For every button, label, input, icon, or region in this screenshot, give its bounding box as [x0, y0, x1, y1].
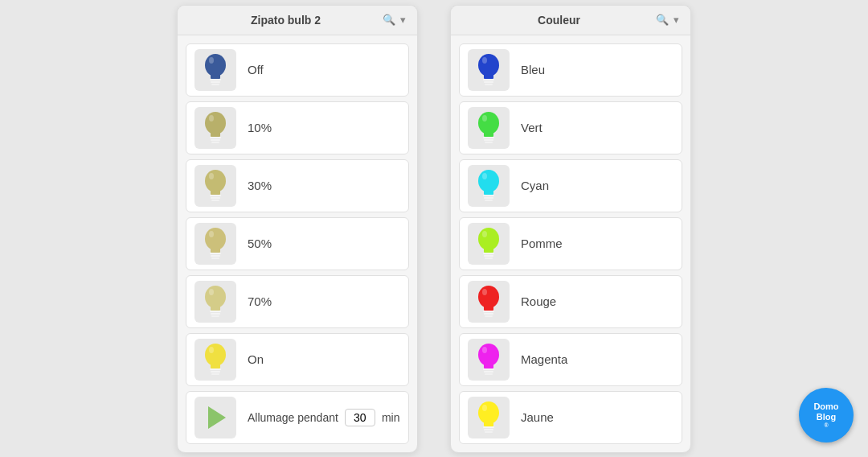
list-item-off[interactable]: Off — [186, 43, 409, 97]
svg-point-5 — [209, 57, 214, 64]
svg-point-23 — [209, 231, 214, 237]
svg-rect-39 — [484, 81, 493, 83]
search-icon[interactable]: 🔍 — [656, 14, 669, 26]
svg-rect-28 — [211, 315, 219, 317]
bulb-icon-pomme — [468, 223, 510, 265]
chevron-down-icon[interactable]: ▾ — [400, 14, 406, 26]
item-label-vert: Vert — [521, 121, 674, 134]
svg-rect-34 — [211, 373, 219, 375]
panel-zipato-title: Zipato bulb 2 — [189, 14, 383, 27]
list-item-30pct[interactable]: 30% — [186, 159, 409, 212]
list-item-magenta[interactable]: Magenta — [459, 333, 682, 386]
bulb-icon-off — [194, 49, 236, 91]
svg-point-24 — [205, 286, 226, 308]
svg-point-6 — [205, 112, 226, 134]
svg-rect-58 — [485, 257, 493, 259]
svg-rect-8 — [210, 137, 221, 138]
panel-zipato-body: Off 10% 30% — [178, 35, 417, 452]
svg-rect-2 — [210, 79, 221, 80]
svg-rect-3 — [211, 81, 220, 83]
svg-rect-70 — [485, 373, 493, 375]
bulb-icon-cyan — [468, 165, 510, 207]
svg-rect-44 — [483, 137, 494, 138]
svg-point-11 — [209, 115, 214, 121]
svg-point-36 — [478, 54, 499, 76]
timer-label-after: min — [382, 411, 400, 424]
svg-rect-37 — [484, 74, 493, 79]
svg-rect-61 — [484, 306, 493, 311]
list-item-10pct[interactable]: 10% — [186, 101, 409, 154]
svg-point-30 — [205, 344, 226, 366]
search-icon[interactable]: 🔍 — [383, 14, 395, 26]
svg-rect-7 — [211, 132, 220, 137]
svg-rect-69 — [484, 371, 493, 373]
svg-rect-21 — [211, 255, 220, 257]
svg-point-0 — [205, 54, 226, 76]
svg-rect-52 — [485, 200, 493, 201]
timer-input[interactable] — [345, 409, 375, 426]
svg-point-71 — [482, 347, 487, 353]
chevron-down-icon[interactable]: ▾ — [674, 14, 679, 26]
list-item-rouge[interactable]: Rouge — [459, 275, 682, 328]
svg-rect-13 — [211, 190, 220, 195]
svg-point-35 — [209, 347, 214, 353]
list-item-pomme[interactable]: Pomme — [459, 217, 682, 270]
play-icon — [194, 397, 236, 438]
list-item-bleu[interactable]: Bleu — [459, 43, 682, 97]
svg-rect-76 — [485, 431, 493, 433]
svg-rect-43 — [484, 132, 493, 137]
svg-rect-33 — [211, 371, 220, 373]
svg-rect-4 — [211, 84, 219, 85]
svg-rect-10 — [211, 142, 219, 143]
svg-rect-20 — [210, 253, 221, 254]
panel-couleur-header-icons: 🔍 ▾ — [656, 14, 679, 26]
svg-rect-63 — [484, 313, 493, 315]
item-label-magenta: Magenta — [521, 352, 674, 366]
panel-couleur-title: Couleur — [462, 14, 656, 27]
badge-line1: Domo — [813, 401, 838, 412]
svg-point-41 — [482, 57, 487, 64]
bulb-icon-on — [194, 339, 236, 381]
svg-rect-75 — [484, 429, 493, 430]
item-label-pomme: Pomme — [521, 237, 674, 250]
svg-rect-55 — [484, 248, 493, 253]
svg-rect-50 — [483, 195, 494, 196]
item-label-off: Off — [248, 63, 400, 76]
bulb-icon-rouge — [468, 281, 510, 323]
item-label-bleu: Bleu — [521, 63, 674, 76]
bulb-icon-50pct — [194, 223, 236, 265]
svg-rect-1 — [211, 74, 220, 79]
svg-rect-51 — [484, 197, 493, 199]
list-item-jaune[interactable]: Jaune — [459, 391, 682, 444]
bulb-icon-10pct — [194, 107, 236, 149]
item-label-on: On — [248, 352, 400, 366]
list-item-timer[interactable]: Allumage pendant min — [186, 391, 409, 444]
badge-dot: ® — [813, 422, 838, 429]
svg-rect-73 — [484, 422, 493, 426]
svg-rect-56 — [483, 253, 494, 254]
svg-rect-46 — [485, 142, 493, 143]
svg-point-17 — [209, 173, 214, 179]
svg-rect-57 — [484, 255, 493, 257]
list-item-50pct[interactable]: 50% — [186, 217, 409, 270]
item-label-70pct: 70% — [248, 294, 400, 308]
svg-rect-14 — [210, 195, 221, 196]
panel-zipato-header-icons: 🔍 ▾ — [383, 14, 406, 26]
svg-rect-27 — [211, 313, 220, 315]
item-label-rouge: Rouge — [521, 294, 674, 308]
svg-point-65 — [482, 289, 487, 295]
bulb-icon-30pct — [194, 165, 236, 207]
timer-row: Allumage pendant min — [248, 409, 399, 426]
item-label-30pct: 30% — [248, 179, 400, 192]
list-item-on[interactable]: On — [186, 333, 409, 386]
list-item-cyan[interactable]: Cyan — [459, 159, 682, 212]
item-label-10pct: 10% — [248, 121, 400, 134]
list-item-vert[interactable]: Vert — [459, 101, 682, 154]
svg-point-12 — [205, 170, 226, 192]
svg-point-77 — [482, 405, 487, 411]
svg-point-47 — [482, 115, 487, 121]
svg-point-29 — [209, 289, 214, 295]
list-item-70pct[interactable]: 70% — [186, 275, 409, 328]
svg-rect-45 — [484, 139, 493, 141]
domoblog-badge: Domo Blog ® — [799, 388, 854, 443]
